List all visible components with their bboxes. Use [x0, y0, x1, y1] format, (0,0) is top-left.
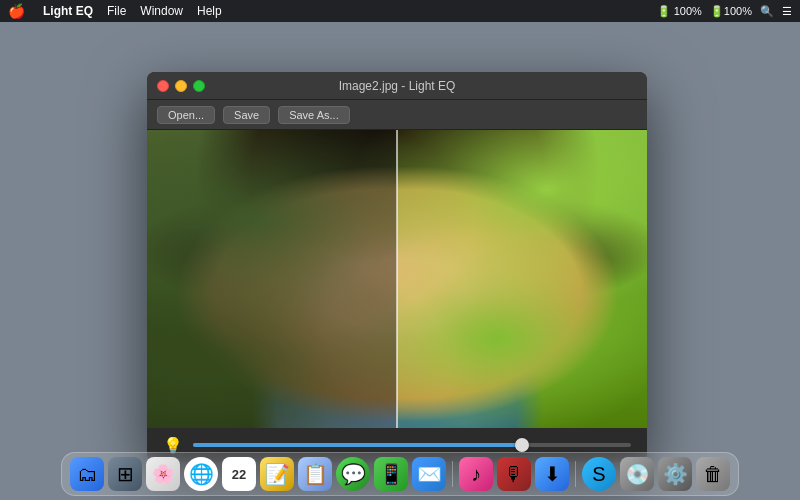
dock-item-mail[interactable]: ✉️ [412, 457, 446, 491]
dock-item-notes[interactable]: 📝 [260, 457, 294, 491]
appstore-icon: ⬇ [544, 462, 561, 486]
dock-item-itunes[interactable]: ♪ [459, 457, 493, 491]
maximize-button[interactable] [193, 80, 205, 92]
mail-icon: ✉️ [417, 462, 442, 486]
dock-item-finder[interactable]: 🗂 [70, 457, 104, 491]
apple-menu[interactable]: 🍎 [8, 3, 25, 19]
dark-portrait [147, 130, 397, 428]
dock-item-mic[interactable]: 🎙 [497, 457, 531, 491]
messages-icon: 💬 [341, 462, 366, 486]
dock-item-disk[interactable]: 💿 [620, 457, 654, 491]
dock-item-calendar[interactable]: 22 [222, 457, 256, 491]
desktop: Image2.jpg - Light EQ Open... Save Save … [0, 22, 800, 500]
dock-item-messages[interactable]: 💬 [336, 457, 370, 491]
bright-portrait [397, 130, 647, 428]
app-name-menu[interactable]: Light EQ [43, 4, 93, 18]
dock: 🗂 ⊞ 🌸 🌐 22 📝 📋 💬 📱 [61, 452, 739, 496]
slider-thumb[interactable] [515, 438, 529, 452]
image-area [147, 130, 647, 428]
minimize-button[interactable] [175, 80, 187, 92]
dock-separator-2 [575, 461, 576, 487]
clock: 🔋100% [710, 5, 752, 18]
help-menu[interactable]: Help [197, 4, 222, 18]
processed-image [397, 130, 647, 428]
facetime-icon: 📱 [379, 462, 404, 486]
slider-fill [193, 443, 522, 447]
menu-bar-left: 🍎 Light EQ File Window Help [8, 3, 222, 19]
close-button[interactable] [157, 80, 169, 92]
trash-icon: 🗑 [703, 463, 723, 486]
dock-item-files[interactable]: 📋 [298, 457, 332, 491]
launchpad-icon: ⊞ [117, 462, 134, 486]
file-menu[interactable]: File [107, 4, 126, 18]
notification-center-icon[interactable]: ☰ [782, 5, 792, 18]
disk-icon: 💿 [625, 462, 650, 486]
battery-indicator: 🔋 100% [657, 5, 702, 18]
dock-item-chrome[interactable]: 🌐 [184, 457, 218, 491]
dock-item-appstore[interactable]: ⬇ [535, 457, 569, 491]
toolbar: Open... Save Save As... [147, 100, 647, 130]
itunes-icon: ♪ [471, 463, 481, 486]
split-divider [396, 130, 398, 428]
photos-icon: 🌸 [152, 463, 174, 485]
chrome-icon: 🌐 [189, 462, 214, 486]
window-title: Image2.jpg - Light EQ [339, 79, 456, 93]
open-button[interactable]: Open... [157, 106, 215, 124]
title-bar: Image2.jpg - Light EQ [147, 72, 647, 100]
calendar-icon: 22 [232, 467, 246, 482]
dock-separator [452, 461, 453, 487]
spotlight-icon[interactable]: 🔍 [760, 5, 774, 18]
dock-item-facetime[interactable]: 📱 [374, 457, 408, 491]
save-as-button[interactable]: Save As... [278, 106, 350, 124]
window-menu[interactable]: Window [140, 4, 183, 18]
notes-icon: 📝 [265, 462, 290, 486]
mic-icon: 🎙 [504, 463, 524, 486]
save-button[interactable]: Save [223, 106, 270, 124]
files-icon: 📋 [303, 462, 328, 486]
dock-item-skype[interactable]: S [582, 457, 616, 491]
original-image [147, 130, 397, 428]
dock-item-settings[interactable]: ⚙️ [658, 457, 692, 491]
app-window: Image2.jpg - Light EQ Open... Save Save … [147, 72, 647, 462]
dock-item-photos[interactable]: 🌸 [146, 457, 180, 491]
finder-icon: 🗂 [77, 463, 97, 486]
traffic-lights [157, 80, 205, 92]
skype-icon: S [592, 463, 605, 486]
menu-bar-right: 🔋 100% 🔋100% 🔍 ☰ [657, 5, 792, 18]
dock-item-trash[interactable]: 🗑 [696, 457, 730, 491]
settings-icon: ⚙️ [663, 462, 688, 486]
dock-item-launchpad[interactable]: ⊞ [108, 457, 142, 491]
adjustment-slider-track[interactable] [193, 443, 631, 447]
menu-bar: 🍎 Light EQ File Window Help 🔋 100% 🔋100%… [0, 0, 800, 22]
